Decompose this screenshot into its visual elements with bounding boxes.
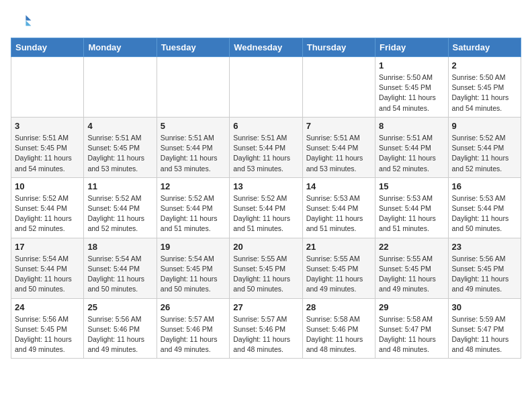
day-number: 28 xyxy=(306,302,371,312)
day-info: Sunrise: 5:51 AM Sunset: 5:45 PM Dayligh… xyxy=(15,133,80,174)
day-info: Sunrise: 5:51 AM Sunset: 5:44 PM Dayligh… xyxy=(233,133,298,174)
svg-marker-1 xyxy=(26,20,31,26)
calendar-cell xyxy=(84,57,157,118)
day-number: 10 xyxy=(15,181,80,191)
day-info: Sunrise: 5:52 AM Sunset: 5:44 PM Dayligh… xyxy=(452,133,517,174)
calendar-cell: 26Sunrise: 5:57 AM Sunset: 5:46 PM Dayli… xyxy=(157,298,229,359)
calendar-day-header: Wednesday xyxy=(230,38,302,57)
calendar-day-header: Friday xyxy=(375,38,448,57)
calendar-cell: 7Sunrise: 5:51 AM Sunset: 5:44 PM Daylig… xyxy=(302,117,375,177)
calendar-cell: 11Sunrise: 5:52 AM Sunset: 5:44 PM Dayli… xyxy=(84,177,157,238)
day-number: 2 xyxy=(452,60,517,71)
day-info: Sunrise: 5:55 AM Sunset: 5:45 PM Dayligh… xyxy=(233,254,298,295)
day-number: 19 xyxy=(161,242,226,252)
day-info: Sunrise: 5:55 AM Sunset: 5:45 PM Dayligh… xyxy=(379,254,444,295)
calendar-cell: 5Sunrise: 5:51 AM Sunset: 5:44 PM Daylig… xyxy=(157,117,229,177)
calendar-cell: 4Sunrise: 5:51 AM Sunset: 5:45 PM Daylig… xyxy=(84,117,157,177)
svg-marker-0 xyxy=(26,15,31,20)
calendar-cell: 20Sunrise: 5:55 AM Sunset: 5:45 PM Dayli… xyxy=(230,238,302,298)
calendar-cell: 2Sunrise: 5:50 AM Sunset: 5:45 PM Daylig… xyxy=(448,57,521,118)
calendar-cell: 17Sunrise: 5:54 AM Sunset: 5:44 PM Dayli… xyxy=(11,238,84,298)
day-info: Sunrise: 5:52 AM Sunset: 5:44 PM Dayligh… xyxy=(15,193,80,234)
calendar-cell xyxy=(11,57,84,118)
day-info: Sunrise: 5:56 AM Sunset: 5:46 PM Dayligh… xyxy=(87,314,152,355)
day-number: 26 xyxy=(161,302,226,312)
day-info: Sunrise: 5:50 AM Sunset: 5:45 PM Dayligh… xyxy=(379,73,444,113)
calendar-cell: 6Sunrise: 5:51 AM Sunset: 5:44 PM Daylig… xyxy=(230,117,302,177)
calendar-cell: 30Sunrise: 5:59 AM Sunset: 5:47 PM Dayli… xyxy=(448,298,521,359)
day-info: Sunrise: 5:50 AM Sunset: 5:45 PM Dayligh… xyxy=(452,73,517,113)
day-info: Sunrise: 5:52 AM Sunset: 5:44 PM Dayligh… xyxy=(233,193,298,234)
day-number: 24 xyxy=(15,302,80,312)
day-number: 30 xyxy=(452,302,517,312)
day-number: 3 xyxy=(15,121,80,131)
day-info: Sunrise: 5:52 AM Sunset: 5:44 PM Dayligh… xyxy=(87,193,152,234)
logo xyxy=(11,11,35,32)
calendar-cell: 24Sunrise: 5:56 AM Sunset: 5:45 PM Dayli… xyxy=(11,298,84,359)
calendar-week-row: 17Sunrise: 5:54 AM Sunset: 5:44 PM Dayli… xyxy=(11,238,521,298)
day-number: 25 xyxy=(87,302,152,312)
calendar-week-row: 10Sunrise: 5:52 AM Sunset: 5:44 PM Dayli… xyxy=(11,177,521,238)
day-info: Sunrise: 5:51 AM Sunset: 5:44 PM Dayligh… xyxy=(306,133,371,174)
day-number: 5 xyxy=(161,121,226,131)
day-info: Sunrise: 5:54 AM Sunset: 5:44 PM Dayligh… xyxy=(87,254,152,295)
day-number: 11 xyxy=(87,181,152,191)
day-number: 14 xyxy=(306,181,371,191)
day-info: Sunrise: 5:51 AM Sunset: 5:45 PM Dayligh… xyxy=(87,133,152,174)
calendar-cell: 22Sunrise: 5:55 AM Sunset: 5:45 PM Dayli… xyxy=(375,238,448,298)
day-info: Sunrise: 5:58 AM Sunset: 5:47 PM Dayligh… xyxy=(379,314,444,355)
day-number: 22 xyxy=(379,242,444,252)
calendar-cell: 23Sunrise: 5:56 AM Sunset: 5:45 PM Dayli… xyxy=(448,238,521,298)
calendar-cell: 27Sunrise: 5:57 AM Sunset: 5:46 PM Dayli… xyxy=(230,298,302,359)
day-number: 27 xyxy=(233,302,298,312)
day-info: Sunrise: 5:53 AM Sunset: 5:44 PM Dayligh… xyxy=(306,193,371,234)
calendar-week-row: 1Sunrise: 5:50 AM Sunset: 5:45 PM Daylig… xyxy=(11,57,521,118)
day-info: Sunrise: 5:58 AM Sunset: 5:46 PM Dayligh… xyxy=(306,314,371,355)
day-info: Sunrise: 5:52 AM Sunset: 5:44 PM Dayligh… xyxy=(161,193,226,234)
calendar-cell: 12Sunrise: 5:52 AM Sunset: 5:44 PM Dayli… xyxy=(157,177,229,238)
calendar-cell: 15Sunrise: 5:53 AM Sunset: 5:44 PM Dayli… xyxy=(375,177,448,238)
calendar-header-row: SundayMondayTuesdayWednesdayThursdayFrid… xyxy=(11,38,521,57)
day-info: Sunrise: 5:57 AM Sunset: 5:46 PM Dayligh… xyxy=(233,314,298,355)
calendar-cell xyxy=(302,57,375,118)
day-number: 9 xyxy=(452,121,517,131)
day-info: Sunrise: 5:59 AM Sunset: 5:47 PM Dayligh… xyxy=(452,314,517,355)
calendar-week-row: 24Sunrise: 5:56 AM Sunset: 5:45 PM Dayli… xyxy=(11,298,521,359)
day-number: 4 xyxy=(87,121,152,131)
day-info: Sunrise: 5:54 AM Sunset: 5:44 PM Dayligh… xyxy=(15,254,80,295)
day-info: Sunrise: 5:51 AM Sunset: 5:44 PM Dayligh… xyxy=(379,133,444,174)
calendar-cell: 25Sunrise: 5:56 AM Sunset: 5:46 PM Dayli… xyxy=(84,298,157,359)
day-info: Sunrise: 5:53 AM Sunset: 5:44 PM Dayligh… xyxy=(452,193,517,234)
calendar-table: SundayMondayTuesdayWednesdayThursdayFrid… xyxy=(11,38,521,359)
day-number: 18 xyxy=(87,242,152,252)
calendar-cell: 18Sunrise: 5:54 AM Sunset: 5:44 PM Dayli… xyxy=(84,238,157,298)
calendar-day-header: Sunday xyxy=(11,38,84,57)
day-info: Sunrise: 5:57 AM Sunset: 5:46 PM Dayligh… xyxy=(161,314,226,355)
calendar-cell: 29Sunrise: 5:58 AM Sunset: 5:47 PM Dayli… xyxy=(375,298,448,359)
calendar-week-row: 3Sunrise: 5:51 AM Sunset: 5:45 PM Daylig… xyxy=(11,117,521,177)
calendar-cell: 13Sunrise: 5:52 AM Sunset: 5:44 PM Dayli… xyxy=(230,177,302,238)
day-info: Sunrise: 5:51 AM Sunset: 5:44 PM Dayligh… xyxy=(161,133,226,174)
day-number: 1 xyxy=(379,60,444,71)
logo-icon xyxy=(11,11,32,32)
day-number: 6 xyxy=(233,121,298,131)
calendar-cell: 16Sunrise: 5:53 AM Sunset: 5:44 PM Dayli… xyxy=(448,177,521,238)
calendar-day-header: Tuesday xyxy=(157,38,229,57)
calendar-cell: 1Sunrise: 5:50 AM Sunset: 5:45 PM Daylig… xyxy=(375,57,448,118)
calendar-cell: 9Sunrise: 5:52 AM Sunset: 5:44 PM Daylig… xyxy=(448,117,521,177)
day-number: 12 xyxy=(161,181,226,191)
day-number: 23 xyxy=(452,242,517,252)
day-info: Sunrise: 5:56 AM Sunset: 5:45 PM Dayligh… xyxy=(452,254,517,295)
day-number: 20 xyxy=(233,242,298,252)
day-number: 15 xyxy=(379,181,444,191)
day-number: 13 xyxy=(233,181,298,191)
day-number: 21 xyxy=(306,242,371,252)
calendar-cell: 19Sunrise: 5:54 AM Sunset: 5:45 PM Dayli… xyxy=(157,238,229,298)
day-number: 17 xyxy=(15,242,80,252)
calendar-cell: 8Sunrise: 5:51 AM Sunset: 5:44 PM Daylig… xyxy=(375,117,448,177)
calendar-day-header: Saturday xyxy=(448,38,521,57)
day-info: Sunrise: 5:56 AM Sunset: 5:45 PM Dayligh… xyxy=(15,314,80,355)
calendar-cell: 21Sunrise: 5:55 AM Sunset: 5:45 PM Dayli… xyxy=(302,238,375,298)
calendar-cell: 14Sunrise: 5:53 AM Sunset: 5:44 PM Dayli… xyxy=(302,177,375,238)
calendar-cell: 3Sunrise: 5:51 AM Sunset: 5:45 PM Daylig… xyxy=(11,117,84,177)
